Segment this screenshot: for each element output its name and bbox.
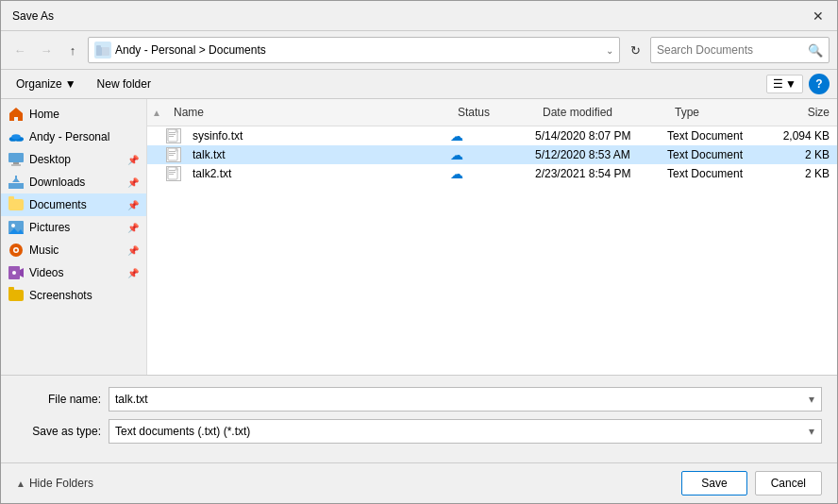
- up-button[interactable]: ↑: [61, 39, 84, 61]
- sidebar-desktop-label: Desktop: [29, 153, 122, 166]
- cloud-sync-icon: ☁: [450, 166, 463, 181]
- sidebar-item-home[interactable]: Home: [1, 103, 146, 126]
- save-button[interactable]: Save: [681, 471, 746, 496]
- column-header-size[interactable]: Size: [771, 103, 837, 122]
- svg-rect-24: [169, 136, 174, 137]
- sidebar-item-videos[interactable]: Videos 📌: [1, 261, 146, 284]
- file-icon: [166, 128, 181, 143]
- sidebar-downloads-pin-icon: 📌: [127, 177, 139, 188]
- svg-point-20: [12, 271, 16, 275]
- cloud-sync-icon: ☁: [450, 147, 463, 162]
- title-bar: Save As ✕: [1, 1, 837, 31]
- search-box[interactable]: 🔍: [650, 37, 830, 63]
- sidebar-documents-pin-icon: 📌: [127, 200, 139, 210]
- sidebar-item-music[interactable]: Music 📌: [1, 239, 146, 261]
- screenshots-icon: [8, 288, 24, 303]
- table-row[interactable]: talk2.txt ☁ 2/23/2021 8:54 PM Text Docum…: [147, 164, 837, 183]
- column-header-status[interactable]: Status: [450, 103, 535, 122]
- forward-button[interactable]: →: [35, 39, 58, 61]
- sidebar-item-desktop[interactable]: Desktop 📌: [1, 148, 146, 171]
- new-folder-button[interactable]: New folder: [90, 75, 159, 93]
- sidebar-pictures-label: Pictures: [29, 221, 122, 234]
- organize-button[interactable]: Organize ▼: [8, 75, 84, 93]
- sidebar-item-screenshots[interactable]: Screenshots: [1, 284, 146, 307]
- cancel-button[interactable]: Cancel: [755, 471, 822, 496]
- sidebar-videos-label: Videos: [29, 266, 122, 279]
- svg-rect-6: [8, 153, 24, 162]
- table-row[interactable]: talk.txt ☁ 5/12/2020 8:53 AM Text Docume…: [147, 145, 837, 164]
- refresh-button[interactable]: ↻: [624, 39, 646, 61]
- close-button[interactable]: ✕: [811, 8, 826, 24]
- filename-label: File name:: [16, 393, 101, 406]
- downloads-icon: [8, 175, 24, 190]
- svg-rect-11: [15, 176, 17, 181]
- savetype-select[interactable]: Text documents (.txt) (*.txt): [109, 419, 822, 444]
- videos-icon: [8, 265, 24, 280]
- save-as-dialog: Save As ✕ ← → ↑ Andy - Personal > Docume…: [0, 0, 838, 504]
- svg-rect-28: [169, 155, 174, 156]
- address-chevron-icon: ⌄: [606, 45, 613, 56]
- view-toggle-button[interactable]: ☰ ▼: [766, 75, 803, 93]
- sidebar-item-documents[interactable]: Documents 📌: [1, 193, 146, 216]
- file-status: ☁: [450, 147, 535, 162]
- footer-buttons: Save Cancel: [681, 471, 822, 496]
- file-size: 2 KB: [771, 148, 837, 161]
- sidebar-item-pictures[interactable]: Pictures 📌: [1, 216, 146, 239]
- file-name: talk2.txt: [185, 167, 450, 180]
- content-area: ▲ Name Status Date modified Type Size: [147, 99, 837, 375]
- address-field[interactable]: Andy - Personal > Documents ⌄: [88, 37, 620, 63]
- filename-input[interactable]: [109, 387, 822, 412]
- svg-point-17: [15, 249, 18, 252]
- home-icon: [8, 107, 24, 122]
- hide-folders-label: Hide Folders: [29, 477, 93, 490]
- file-list: sysinfo.txt ☁ 5/14/2020 8:07 PM Text Doc…: [147, 126, 837, 375]
- file-status: ☁: [450, 166, 535, 181]
- column-header-type[interactable]: Type: [667, 103, 771, 122]
- hide-folders-button[interactable]: ▲ Hide Folders: [16, 477, 681, 490]
- address-path: Andy - Personal > Documents: [115, 43, 602, 57]
- txt-file-icon: [166, 128, 181, 143]
- sidebar-andy-personal-label: Andy - Personal: [29, 130, 139, 143]
- svg-marker-19: [20, 268, 24, 277]
- sidebar-item-downloads[interactable]: Downloads 📌: [1, 171, 146, 193]
- sidebar-pictures-pin-icon: 📌: [127, 223, 139, 233]
- help-button[interactable]: ?: [809, 74, 830, 94]
- hide-folders-arrow-icon: ▲: [16, 479, 25, 489]
- sidebar-item-andy-personal[interactable]: Andy - Personal: [1, 126, 146, 148]
- back-button[interactable]: ←: [8, 39, 31, 61]
- music-icon: [8, 243, 24, 258]
- file-size: 2,094 KB: [771, 129, 837, 143]
- address-bar: ← → ↑ Andy - Personal > Documents ⌄ ↻ 🔍: [1, 31, 837, 70]
- file-size: 2 KB: [771, 167, 837, 180]
- sidebar-documents-label: Documents: [29, 198, 122, 211]
- column-header-date[interactable]: Date modified: [535, 103, 667, 122]
- file-type: Text Document: [667, 129, 771, 143]
- svg-point-5: [11, 134, 21, 140]
- address-folder-icon: [94, 42, 111, 59]
- column-header-name[interactable]: Name: [166, 103, 450, 122]
- organize-chevron-icon: ▼: [65, 77, 76, 91]
- file-list-header: ▲ Name Status Date modified Type Size: [147, 99, 837, 126]
- filename-row: File name:: [16, 387, 822, 412]
- search-input[interactable]: [657, 43, 804, 57]
- sidebar-screenshots-label: Screenshots: [29, 289, 139, 302]
- sidebar-home-label: Home: [29, 108, 139, 121]
- view-chevron-icon: ▼: [785, 77, 796, 91]
- bottom-section: File name: Save as type: Text documents …: [1, 375, 837, 462]
- svg-point-13: [11, 224, 15, 227]
- svg-rect-9: [8, 183, 24, 189]
- txt-file-icon: [166, 166, 181, 181]
- file-type: Text Document: [667, 148, 771, 161]
- sidebar-music-pin-icon: 📌: [127, 245, 139, 256]
- svg-rect-8: [11, 164, 21, 166]
- dialog-title: Save As: [12, 9, 54, 23]
- documents-icon: [8, 197, 24, 212]
- sidebar-videos-pin-icon: 📌: [127, 268, 139, 278]
- footer: ▲ Hide Folders Save Cancel: [1, 462, 837, 503]
- file-date-modified: 2/23/2021 8:54 PM: [535, 167, 667, 180]
- table-row[interactable]: sysinfo.txt ☁ 5/14/2020 8:07 PM Text Doc…: [147, 126, 837, 145]
- file-icon: [166, 166, 181, 181]
- file-icon: [166, 147, 181, 162]
- svg-rect-26: [169, 151, 176, 152]
- toolbar: Organize ▼ New folder ☰ ▼ ?: [1, 70, 837, 99]
